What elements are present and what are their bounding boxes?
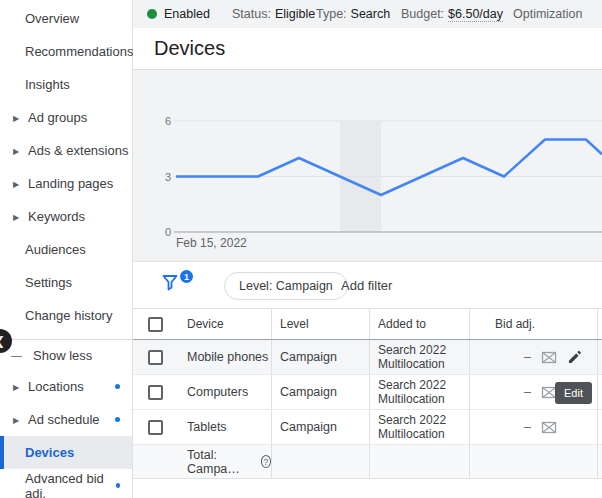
sidebar-item-label: Keywords <box>28 209 85 224</box>
sidebar-item-ad-groups[interactable]: ▶Ad groups <box>0 101 132 134</box>
bid-adj-value: – <box>524 385 531 399</box>
sidebar-item-settings[interactable]: Settings <box>0 266 132 299</box>
campaign-status[interactable]: Status: Eligible <box>232 0 315 28</box>
sidebar-item-ads-extensions[interactable]: ▶Ads & extensions <box>0 134 132 167</box>
sidebar-item-insights[interactable]: Insights <box>0 68 132 101</box>
sidebar-item-overview[interactable]: Overview <box>0 2 132 35</box>
type-value: Search <box>351 7 391 21</box>
select-all-checkbox[interactable] <box>148 317 163 332</box>
filter-count-badge: 1 <box>180 270 193 283</box>
sidebar-item-change-history[interactable]: Change history <box>0 299 132 332</box>
device-cell: Computers <box>187 385 248 399</box>
row-checkbox[interactable] <box>148 385 163 400</box>
column-header-device[interactable]: Device <box>187 317 224 331</box>
status-label: Status: <box>232 7 271 21</box>
table-total-row: Total: Campa… ? <box>133 445 602 479</box>
chart-excluded-icon <box>541 351 557 364</box>
filter-funnel-button[interactable]: 1 <box>161 273 193 299</box>
chevron-right-icon: ▶ <box>13 146 19 155</box>
campaign-status-bar: Enabled Status: Eligible Type: Search Bu… <box>133 0 602 28</box>
bid-adj-value: – <box>524 420 531 434</box>
device-cell: Tablets <box>187 420 227 434</box>
budget-label: Budget: <box>401 7 444 21</box>
sidebar-item-ad-schedule[interactable]: ▶Ad schedule <box>0 403 132 436</box>
budget-value: $6.50/day <box>448 7 503 22</box>
campaign-enabled-status[interactable]: Enabled <box>147 0 210 28</box>
bid-adj-value: – <box>524 350 531 364</box>
table-header-row: Device Level Added to Bid adj. <box>133 309 602 340</box>
main-content: Enabled Status: Eligible Type: Search Bu… <box>133 0 602 498</box>
status-value: Eligible <box>275 7 315 21</box>
device-cell: Mobile phones <box>187 350 268 364</box>
sidebar-item-devices[interactable]: Devices <box>0 436 132 469</box>
sidebar-item-audiences[interactable]: Audiences <box>0 233 132 266</box>
chevron-right-icon: ▶ <box>13 113 19 122</box>
help-question-icon[interactable]: ? <box>261 455 271 468</box>
level-cell: Campaign <box>280 420 337 434</box>
row-checkbox[interactable] <box>148 420 163 435</box>
campaign-optimization[interactable]: Optimization <box>513 0 582 28</box>
chevron-right-icon: ▶ <box>13 382 19 391</box>
minus-icon: — <box>11 349 22 361</box>
edit-pencil-button[interactable] <box>567 349 583 365</box>
chart-excluded-icon <box>541 421 557 434</box>
table-row-mobile-phones[interactable]: Mobile phones Campaign Search 2022 Multi… <box>133 340 602 375</box>
sidebar-item-label: Locations <box>28 379 84 394</box>
enabled-label: Enabled <box>164 7 210 21</box>
sidebar-item-recommendations[interactable]: Recommendations <box>0 35 132 68</box>
added-to-cell: Search 2022 Multilocation <box>378 343 469 371</box>
column-header-bid-adj[interactable]: Bid adj. <box>495 317 535 331</box>
table-row-computers[interactable]: Computers Campaign Search 2022 Multiloca… <box>133 375 602 410</box>
sidebar-item-label: Ad schedule <box>28 412 100 427</box>
level-cell: Campaign <box>280 350 337 364</box>
sidebar-item-label: Change history <box>25 308 112 323</box>
devices-table: Device Level Added to Bid adj. Mobile ph… <box>133 309 602 479</box>
sidebar-item-label: Insights <box>25 77 70 92</box>
notification-dot <box>116 483 120 488</box>
chip-label: Level: Campaign <box>239 279 333 293</box>
performance-chart[interactable]: 036Feb 15, 2022 <box>133 70 602 262</box>
sidebar-item-label: Audiences <box>25 242 86 257</box>
optimization-label: Optimization <box>513 7 582 21</box>
filter-funnel-icon <box>161 273 181 293</box>
svg-text:Feb 15, 2022: Feb 15, 2022 <box>176 236 247 250</box>
campaign-type[interactable]: Type: Search <box>316 0 390 28</box>
level-filter-chip[interactable]: Level: Campaign <box>224 272 348 300</box>
chevron-right-icon: ▶ <box>13 415 19 424</box>
sidebar-item-label: Landing pages <box>28 176 113 191</box>
row-checkbox[interactable] <box>148 350 163 365</box>
sidebar-item-locations[interactable]: ▶Locations <box>0 370 132 403</box>
svg-text:6: 6 <box>165 115 171 127</box>
svg-text:3: 3 <box>165 171 171 183</box>
sidebar-item-advanced-bid-adj[interactable]: Advanced bid adj. <box>0 469 132 498</box>
column-header-added-to[interactable]: Added to <box>378 317 426 331</box>
page-title: Devices <box>154 37 225 60</box>
sidebar-item-label: Ad groups <box>28 110 87 125</box>
sidebar-item-label: Devices <box>25 445 74 460</box>
added-to-cell: Search 2022 Multilocation <box>378 378 469 406</box>
sidebar-item-show-less[interactable]: —Show less <box>0 340 132 370</box>
sidebar-item-label: Show less <box>33 348 92 363</box>
type-label: Type: <box>316 7 347 21</box>
sidebar-item-label: Settings <box>25 275 72 290</box>
sidebar-item-keywords[interactable]: ▶Keywords <box>0 200 132 233</box>
edit-tooltip: Edit <box>555 382 592 404</box>
sidebar-nav: Overview Recommendations Insights ▶Ad gr… <box>0 0 133 498</box>
sidebar-item-landing-pages[interactable]: ▶Landing pages <box>0 167 132 200</box>
svg-text:0: 0 <box>165 226 171 238</box>
campaign-budget[interactable]: Budget: $6.50/day <box>401 0 503 28</box>
filter-bar: 1 Level: Campaign Add filter <box>133 262 602 309</box>
notification-dot <box>115 417 120 422</box>
column-header-level[interactable]: Level <box>280 317 309 331</box>
add-filter-label: Add filter <box>341 278 392 293</box>
notification-dot <box>115 384 120 389</box>
level-cell: Campaign <box>280 385 337 399</box>
table-row-tablets[interactable]: Tablets Campaign Search 2022 Multilocati… <box>133 410 602 445</box>
added-to-cell: Search 2022 Multilocation <box>378 413 469 441</box>
page-header: Devices <box>133 28 602 70</box>
add-filter-button[interactable]: Add filter <box>341 262 392 309</box>
total-label: Total: Campa… <box>187 448 254 476</box>
chevron-right-icon: ▶ <box>13 179 19 188</box>
google-ads-devices-page: Overview Recommendations Insights ▶Ad gr… <box>0 0 602 498</box>
edit-tooltip-label: Edit <box>564 387 583 399</box>
